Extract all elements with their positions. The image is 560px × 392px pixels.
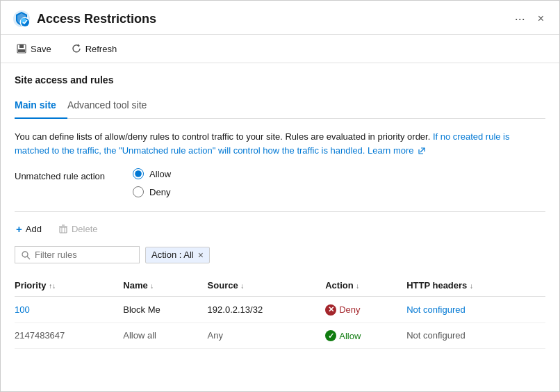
delete-button[interactable]: Delete bbox=[57, 221, 99, 237]
col-priority: Priority ↑↓ bbox=[15, 275, 123, 297]
filter-tag-close-btn[interactable]: × bbox=[198, 250, 204, 261]
search-icon bbox=[21, 250, 31, 260]
radio-deny-label: Deny bbox=[149, 187, 170, 197]
svg-marker-7 bbox=[78, 44, 80, 47]
save-icon bbox=[16, 43, 27, 54]
description-part1: You can define lists of allow/deny rules… bbox=[15, 131, 430, 142]
col-name: Name ↓ bbox=[123, 275, 207, 297]
row2-source: Any bbox=[208, 322, 326, 349]
plus-icon: + bbox=[16, 223, 22, 235]
tab-advanced-tool-site[interactable]: Advanced tool site bbox=[67, 94, 158, 119]
delete-icon bbox=[58, 224, 68, 234]
main-window: Access Restrictions ··· × Save Refresh S… bbox=[0, 0, 560, 392]
row2-name: Allow all bbox=[123, 322, 207, 349]
table-header: Priority ↑↓ Name ↓ Source ↓ Action ↓ bbox=[15, 275, 545, 297]
learn-more-link[interactable]: Learn more bbox=[368, 145, 426, 156]
content-area: Site access and rules Main site Advanced… bbox=[1, 63, 559, 391]
close-button[interactable]: × bbox=[534, 11, 548, 26]
row1-priority-link[interactable]: 100 bbox=[15, 304, 30, 315]
name-sort-icon[interactable]: ↓ bbox=[150, 282, 154, 290]
description-text: You can define lists of allow/deny rules… bbox=[15, 130, 545, 157]
radio-deny-input[interactable] bbox=[133, 186, 144, 197]
col-source: Source ↓ bbox=[208, 275, 326, 297]
save-button[interactable]: Save bbox=[12, 40, 56, 57]
section-title: Site access and rules bbox=[15, 74, 545, 85]
svg-rect-5 bbox=[19, 44, 24, 48]
app-icon bbox=[12, 9, 31, 28]
tabs: Main site Advanced tool site bbox=[15, 94, 545, 119]
row2-http-headers: Not configured bbox=[406, 322, 545, 349]
allow-icon: ✓ bbox=[325, 330, 336, 341]
window-menu-btn[interactable]: ··· bbox=[515, 12, 525, 26]
rules-table: Priority ↑↓ Name ↓ Source ↓ Action ↓ bbox=[15, 275, 545, 349]
add-button[interactable]: + Add bbox=[15, 220, 43, 238]
radio-deny[interactable]: Deny bbox=[133, 186, 171, 197]
http-headers-sort-icon[interactable]: ↓ bbox=[470, 282, 473, 290]
action-sort-icon[interactable]: ↓ bbox=[356, 282, 359, 290]
source-sort-icon[interactable]: ↓ bbox=[240, 282, 244, 290]
row1-http-headers-link[interactable]: Not configured bbox=[406, 304, 466, 315]
external-link-icon bbox=[418, 147, 426, 155]
filter-input-wrap bbox=[15, 246, 140, 263]
svg-rect-8 bbox=[60, 227, 67, 233]
row2-action: ✓ Allow bbox=[325, 322, 406, 349]
refresh-button[interactable]: Refresh bbox=[67, 40, 122, 57]
col-http-headers: HTTP headers ↓ bbox=[406, 275, 545, 297]
toolbar: Save Refresh bbox=[1, 35, 559, 63]
filter-row: Action : All × bbox=[15, 246, 545, 263]
tab-main-site[interactable]: Main site bbox=[15, 94, 67, 119]
row1-source: 192.0.2.13/32 bbox=[208, 297, 326, 323]
row1-http-headers: Not configured bbox=[406, 297, 545, 323]
row1-priority: 100 bbox=[15, 297, 123, 323]
refresh-icon bbox=[71, 43, 82, 54]
table-row[interactable]: 2147483647 Allow all Any ✓ Allow Not con… bbox=[15, 322, 545, 349]
unmatched-rule-action-label: Unmatched rule action bbox=[15, 168, 105, 181]
radio-allow-label: Allow bbox=[149, 169, 171, 179]
row1-name: Block Me bbox=[123, 297, 207, 323]
row1-action: ✕ Deny bbox=[325, 297, 406, 323]
col-action: Action ↓ bbox=[325, 275, 406, 297]
radio-allow[interactable]: Allow bbox=[133, 168, 171, 179]
row1-action-badge: ✕ Deny bbox=[325, 304, 360, 316]
radio-allow-input[interactable] bbox=[133, 168, 144, 179]
row2-priority: 2147483647 bbox=[15, 322, 123, 349]
svg-line-14 bbox=[27, 256, 30, 259]
filter-rules-input[interactable] bbox=[35, 250, 132, 260]
svg-rect-6 bbox=[18, 49, 25, 52]
table-row[interactable]: 100 Block Me 192.0.2.13/32 ✕ Deny Not co… bbox=[15, 297, 545, 323]
unmatched-rule-action-section: Unmatched rule action Allow Deny bbox=[15, 168, 545, 197]
title-bar: Access Restrictions ··· × bbox=[1, 1, 559, 35]
deny-icon: ✕ bbox=[325, 304, 336, 316]
priority-sort-icon[interactable]: ↑↓ bbox=[49, 282, 56, 290]
window-title: Access Restrictions bbox=[37, 12, 515, 26]
divider bbox=[15, 211, 545, 212]
radio-group: Allow Deny bbox=[133, 168, 171, 197]
filter-tag-action-all: Action : All × bbox=[145, 247, 210, 263]
row2-action-badge: ✓ Allow bbox=[325, 330, 361, 341]
table-body: 100 Block Me 192.0.2.13/32 ✕ Deny Not co… bbox=[15, 297, 545, 349]
actions-row: + Add Delete bbox=[15, 220, 545, 238]
svg-point-13 bbox=[22, 252, 28, 257]
